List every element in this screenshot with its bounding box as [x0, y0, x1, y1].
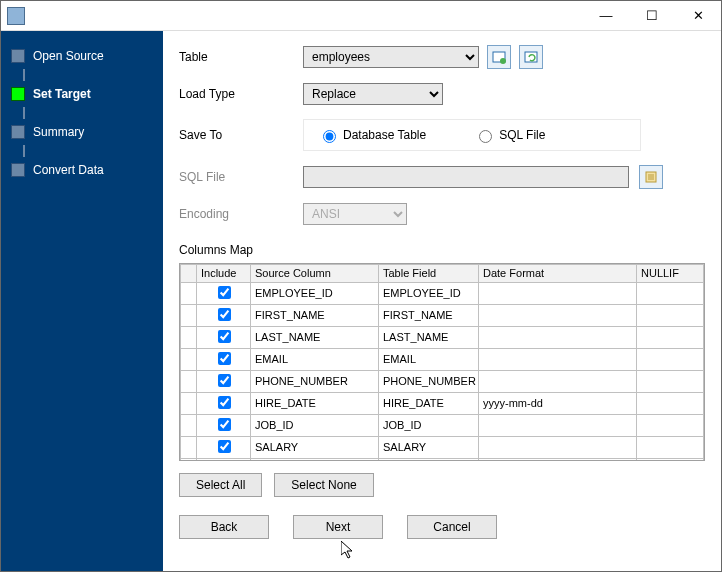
grid-row[interactable]: EMAILEMAIL [181, 349, 704, 371]
include-cell[interactable] [197, 459, 251, 462]
nullif-cell[interactable] [637, 305, 704, 327]
grid-row[interactable]: PHONE_NUMBERPHONE_NUMBER [181, 371, 704, 393]
col-nullif[interactable]: NULLIF [637, 265, 704, 283]
nullif-cell[interactable] [637, 393, 704, 415]
row-hdr[interactable] [181, 305, 197, 327]
browse-file-icon[interactable] [639, 165, 663, 189]
datefmt-cell[interactable] [479, 437, 637, 459]
include-cell[interactable] [197, 327, 251, 349]
field-cell[interactable]: JOB_ID [379, 415, 479, 437]
col-include[interactable]: Include [197, 265, 251, 283]
col-datefmt[interactable]: Date Format [479, 265, 637, 283]
step-label: Summary [33, 125, 84, 139]
minimize-button[interactable]: — [583, 1, 629, 31]
source-cell[interactable]: SALARY [251, 437, 379, 459]
refresh-table-icon[interactable] [519, 45, 543, 69]
include-checkbox[interactable] [218, 440, 231, 453]
saveto-db-radio[interactable]: Database Table [318, 127, 426, 143]
step-summary[interactable]: Summary [1, 119, 163, 145]
source-cell[interactable]: EMPLOYEE_ID [251, 283, 379, 305]
field-cell[interactable]: FIRST_NAME [379, 305, 479, 327]
close-button[interactable]: ✕ [675, 1, 721, 31]
nullif-cell[interactable] [637, 371, 704, 393]
include-cell[interactable] [197, 349, 251, 371]
columns-map-grid[interactable]: Include Source Column Table Field Date F… [179, 263, 705, 461]
row-hdr[interactable] [181, 415, 197, 437]
step-open-source[interactable]: Open Source [1, 43, 163, 69]
grid-row[interactable]: HIRE_DATEHIRE_DATEyyyy-mm-dd [181, 393, 704, 415]
nullif-cell[interactable] [637, 415, 704, 437]
select-none-button[interactable]: Select None [274, 473, 373, 497]
row-hdr[interactable] [181, 283, 197, 305]
sqlfile-label: SQL File [179, 170, 303, 184]
nullif-cell[interactable] [637, 349, 704, 371]
step-set-target[interactable]: Set Target [1, 81, 163, 107]
include-checkbox[interactable] [218, 396, 231, 409]
table-select[interactable]: employees [303, 46, 479, 68]
include-checkbox[interactable] [218, 418, 231, 431]
grid-row[interactable]: COMMISSION_PCTCOMMISSION_PC [181, 459, 704, 462]
include-checkbox[interactable] [218, 330, 231, 343]
loadtype-select[interactable]: Replace [303, 83, 443, 105]
source-cell[interactable]: COMMISSION_PCT [251, 459, 379, 462]
row-hdr[interactable] [181, 459, 197, 462]
field-cell[interactable]: HIRE_DATE [379, 393, 479, 415]
source-cell[interactable]: JOB_ID [251, 415, 379, 437]
include-cell[interactable] [197, 415, 251, 437]
datefmt-cell[interactable] [479, 327, 637, 349]
field-cell[interactable]: EMAIL [379, 349, 479, 371]
nullif-cell[interactable] [637, 327, 704, 349]
grid-row[interactable]: SALARYSALARY [181, 437, 704, 459]
new-table-icon[interactable] [487, 45, 511, 69]
datefmt-cell[interactable] [479, 349, 637, 371]
step-convert-data[interactable]: Convert Data [1, 157, 163, 183]
saveto-file-radio[interactable]: SQL File [474, 127, 545, 143]
row-hdr[interactable] [181, 437, 197, 459]
next-button[interactable]: Next [293, 515, 383, 539]
source-cell[interactable]: EMAIL [251, 349, 379, 371]
grid-row[interactable]: FIRST_NAMEFIRST_NAME [181, 305, 704, 327]
select-all-button[interactable]: Select All [179, 473, 262, 497]
row-hdr[interactable] [181, 349, 197, 371]
row-hdr[interactable] [181, 371, 197, 393]
nullif-cell[interactable] [637, 283, 704, 305]
col-source[interactable]: Source Column [251, 265, 379, 283]
source-cell[interactable]: FIRST_NAME [251, 305, 379, 327]
row-hdr[interactable] [181, 393, 197, 415]
col-field[interactable]: Table Field [379, 265, 479, 283]
grid-row[interactable]: JOB_IDJOB_ID [181, 415, 704, 437]
field-cell[interactable]: EMPLOYEE_ID [379, 283, 479, 305]
field-cell[interactable]: LAST_NAME [379, 327, 479, 349]
field-cell[interactable]: COMMISSION_PC [379, 459, 479, 462]
connector-icon [17, 69, 31, 81]
include-cell[interactable] [197, 371, 251, 393]
include-checkbox[interactable] [218, 308, 231, 321]
include-cell[interactable] [197, 393, 251, 415]
datefmt-cell[interactable] [479, 371, 637, 393]
nullif-cell[interactable] [637, 437, 704, 459]
datefmt-cell[interactable] [479, 415, 637, 437]
nullif-cell[interactable] [637, 459, 704, 462]
grid-row[interactable]: EMPLOYEE_IDEMPLOYEE_ID [181, 283, 704, 305]
include-checkbox[interactable] [218, 286, 231, 299]
include-checkbox[interactable] [218, 352, 231, 365]
cancel-button[interactable]: Cancel [407, 515, 497, 539]
grid-row[interactable]: LAST_NAMELAST_NAME [181, 327, 704, 349]
include-cell[interactable] [197, 283, 251, 305]
col-rowhdr[interactable] [181, 265, 197, 283]
datefmt-cell[interactable]: yyyy-mm-dd [479, 393, 637, 415]
datefmt-cell[interactable] [479, 283, 637, 305]
source-cell[interactable]: LAST_NAME [251, 327, 379, 349]
include-cell[interactable] [197, 305, 251, 327]
source-cell[interactable]: PHONE_NUMBER [251, 371, 379, 393]
field-cell[interactable]: PHONE_NUMBER [379, 371, 479, 393]
row-hdr[interactable] [181, 327, 197, 349]
datefmt-cell[interactable] [479, 459, 637, 462]
datefmt-cell[interactable] [479, 305, 637, 327]
back-button[interactable]: Back [179, 515, 269, 539]
maximize-button[interactable]: ☐ [629, 1, 675, 31]
include-checkbox[interactable] [218, 374, 231, 387]
field-cell[interactable]: SALARY [379, 437, 479, 459]
include-cell[interactable] [197, 437, 251, 459]
source-cell[interactable]: HIRE_DATE [251, 393, 379, 415]
